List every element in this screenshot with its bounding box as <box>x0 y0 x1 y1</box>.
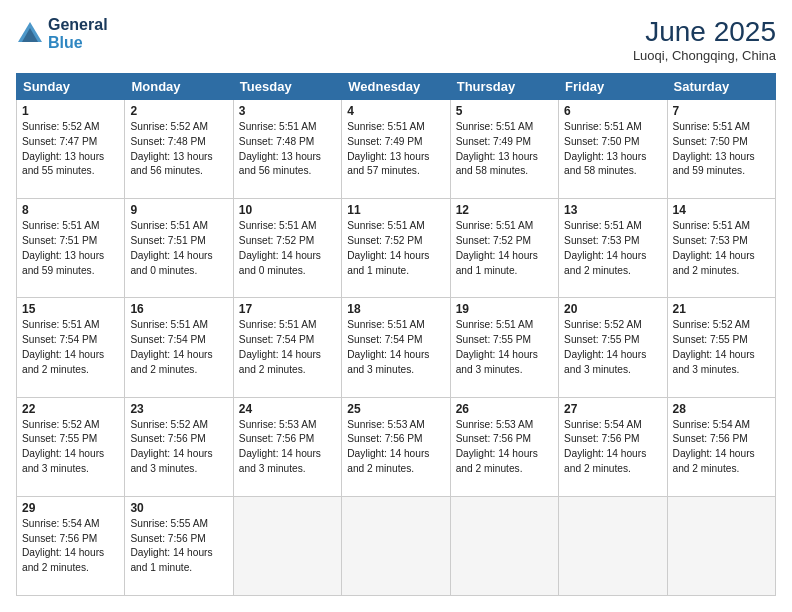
calendar-cell: 14Sunrise: 5:51 AMSunset: 7:53 PMDayligh… <box>667 199 775 298</box>
day-number: 17 <box>239 302 336 316</box>
day-info: Sunrise: 5:51 AMSunset: 7:53 PMDaylight:… <box>673 219 770 278</box>
title-block: June 2025 Luoqi, Chongqing, China <box>633 16 776 63</box>
day-info: Sunrise: 5:52 AMSunset: 7:56 PMDaylight:… <box>130 418 227 477</box>
day-info: Sunrise: 5:53 AMSunset: 7:56 PMDaylight:… <box>239 418 336 477</box>
day-number: 24 <box>239 402 336 416</box>
weekday-header-wednesday: Wednesday <box>342 74 450 100</box>
day-info: Sunrise: 5:51 AMSunset: 7:49 PMDaylight:… <box>347 120 444 179</box>
calendar-cell: 9Sunrise: 5:51 AMSunset: 7:51 PMDaylight… <box>125 199 233 298</box>
week-row-2: 8Sunrise: 5:51 AMSunset: 7:51 PMDaylight… <box>17 199 776 298</box>
location-subtitle: Luoqi, Chongqing, China <box>633 48 776 63</box>
calendar-cell: 19Sunrise: 5:51 AMSunset: 7:55 PMDayligh… <box>450 298 558 397</box>
calendar-cell: 23Sunrise: 5:52 AMSunset: 7:56 PMDayligh… <box>125 397 233 496</box>
calendar-cell: 15Sunrise: 5:51 AMSunset: 7:54 PMDayligh… <box>17 298 125 397</box>
day-info: Sunrise: 5:53 AMSunset: 7:56 PMDaylight:… <box>456 418 553 477</box>
day-info: Sunrise: 5:51 AMSunset: 7:51 PMDaylight:… <box>22 219 119 278</box>
logo-text: General Blue <box>48 16 108 52</box>
calendar-cell <box>559 496 667 595</box>
calendar-cell: 5Sunrise: 5:51 AMSunset: 7:49 PMDaylight… <box>450 100 558 199</box>
week-row-1: 1Sunrise: 5:52 AMSunset: 7:47 PMDaylight… <box>17 100 776 199</box>
day-info: Sunrise: 5:51 AMSunset: 7:52 PMDaylight:… <box>456 219 553 278</box>
calendar-cell: 25Sunrise: 5:53 AMSunset: 7:56 PMDayligh… <box>342 397 450 496</box>
day-number: 4 <box>347 104 444 118</box>
day-info: Sunrise: 5:52 AMSunset: 7:55 PMDaylight:… <box>673 318 770 377</box>
calendar-cell: 26Sunrise: 5:53 AMSunset: 7:56 PMDayligh… <box>450 397 558 496</box>
day-number: 6 <box>564 104 661 118</box>
calendar-cell: 1Sunrise: 5:52 AMSunset: 7:47 PMDaylight… <box>17 100 125 199</box>
day-info: Sunrise: 5:52 AMSunset: 7:55 PMDaylight:… <box>564 318 661 377</box>
day-number: 30 <box>130 501 227 515</box>
day-info: Sunrise: 5:54 AMSunset: 7:56 PMDaylight:… <box>673 418 770 477</box>
month-title: June 2025 <box>633 16 776 48</box>
day-number: 29 <box>22 501 119 515</box>
day-number: 26 <box>456 402 553 416</box>
calendar-cell: 8Sunrise: 5:51 AMSunset: 7:51 PMDaylight… <box>17 199 125 298</box>
calendar-cell: 28Sunrise: 5:54 AMSunset: 7:56 PMDayligh… <box>667 397 775 496</box>
day-info: Sunrise: 5:51 AMSunset: 7:54 PMDaylight:… <box>239 318 336 377</box>
day-info: Sunrise: 5:51 AMSunset: 7:54 PMDaylight:… <box>130 318 227 377</box>
logo-icon <box>16 20 44 48</box>
day-number: 15 <box>22 302 119 316</box>
day-info: Sunrise: 5:51 AMSunset: 7:48 PMDaylight:… <box>239 120 336 179</box>
day-info: Sunrise: 5:52 AMSunset: 7:48 PMDaylight:… <box>130 120 227 179</box>
day-info: Sunrise: 5:54 AMSunset: 7:56 PMDaylight:… <box>564 418 661 477</box>
day-number: 10 <box>239 203 336 217</box>
calendar-cell: 7Sunrise: 5:51 AMSunset: 7:50 PMDaylight… <box>667 100 775 199</box>
day-info: Sunrise: 5:51 AMSunset: 7:53 PMDaylight:… <box>564 219 661 278</box>
day-info: Sunrise: 5:51 AMSunset: 7:52 PMDaylight:… <box>239 219 336 278</box>
week-row-3: 15Sunrise: 5:51 AMSunset: 7:54 PMDayligh… <box>17 298 776 397</box>
calendar-cell: 17Sunrise: 5:51 AMSunset: 7:54 PMDayligh… <box>233 298 341 397</box>
calendar-cell: 22Sunrise: 5:52 AMSunset: 7:55 PMDayligh… <box>17 397 125 496</box>
calendar-cell <box>342 496 450 595</box>
calendar-table: SundayMondayTuesdayWednesdayThursdayFrid… <box>16 73 776 596</box>
calendar-cell <box>233 496 341 595</box>
calendar-cell: 16Sunrise: 5:51 AMSunset: 7:54 PMDayligh… <box>125 298 233 397</box>
day-number: 20 <box>564 302 661 316</box>
day-info: Sunrise: 5:54 AMSunset: 7:56 PMDaylight:… <box>22 517 119 576</box>
day-number: 2 <box>130 104 227 118</box>
day-info: Sunrise: 5:51 AMSunset: 7:55 PMDaylight:… <box>456 318 553 377</box>
day-number: 23 <box>130 402 227 416</box>
day-info: Sunrise: 5:52 AMSunset: 7:47 PMDaylight:… <box>22 120 119 179</box>
calendar-cell: 24Sunrise: 5:53 AMSunset: 7:56 PMDayligh… <box>233 397 341 496</box>
weekday-header-thursday: Thursday <box>450 74 558 100</box>
day-number: 18 <box>347 302 444 316</box>
calendar-cell <box>450 496 558 595</box>
day-info: Sunrise: 5:52 AMSunset: 7:55 PMDaylight:… <box>22 418 119 477</box>
calendar-cell: 3Sunrise: 5:51 AMSunset: 7:48 PMDaylight… <box>233 100 341 199</box>
logo: General Blue <box>16 16 108 52</box>
day-info: Sunrise: 5:51 AMSunset: 7:51 PMDaylight:… <box>130 219 227 278</box>
day-info: Sunrise: 5:51 AMSunset: 7:50 PMDaylight:… <box>564 120 661 179</box>
day-number: 22 <box>22 402 119 416</box>
calendar-cell: 27Sunrise: 5:54 AMSunset: 7:56 PMDayligh… <box>559 397 667 496</box>
day-number: 14 <box>673 203 770 217</box>
day-number: 9 <box>130 203 227 217</box>
day-number: 7 <box>673 104 770 118</box>
day-number: 13 <box>564 203 661 217</box>
day-number: 1 <box>22 104 119 118</box>
calendar-cell: 13Sunrise: 5:51 AMSunset: 7:53 PMDayligh… <box>559 199 667 298</box>
calendar-cell <box>667 496 775 595</box>
day-number: 3 <box>239 104 336 118</box>
calendar-cell: 10Sunrise: 5:51 AMSunset: 7:52 PMDayligh… <box>233 199 341 298</box>
calendar-cell: 21Sunrise: 5:52 AMSunset: 7:55 PMDayligh… <box>667 298 775 397</box>
weekday-header-tuesday: Tuesday <box>233 74 341 100</box>
page: General Blue June 2025 Luoqi, Chongqing,… <box>0 0 792 612</box>
weekday-header-sunday: Sunday <box>17 74 125 100</box>
day-info: Sunrise: 5:51 AMSunset: 7:54 PMDaylight:… <box>22 318 119 377</box>
day-number: 12 <box>456 203 553 217</box>
day-number: 11 <box>347 203 444 217</box>
day-info: Sunrise: 5:51 AMSunset: 7:49 PMDaylight:… <box>456 120 553 179</box>
weekday-header-monday: Monday <box>125 74 233 100</box>
day-number: 5 <box>456 104 553 118</box>
day-number: 16 <box>130 302 227 316</box>
calendar-cell: 29Sunrise: 5:54 AMSunset: 7:56 PMDayligh… <box>17 496 125 595</box>
day-info: Sunrise: 5:51 AMSunset: 7:50 PMDaylight:… <box>673 120 770 179</box>
day-number: 28 <box>673 402 770 416</box>
day-number: 27 <box>564 402 661 416</box>
calendar-cell: 30Sunrise: 5:55 AMSunset: 7:56 PMDayligh… <box>125 496 233 595</box>
calendar-cell: 6Sunrise: 5:51 AMSunset: 7:50 PMDaylight… <box>559 100 667 199</box>
header: General Blue June 2025 Luoqi, Chongqing,… <box>16 16 776 63</box>
day-info: Sunrise: 5:55 AMSunset: 7:56 PMDaylight:… <box>130 517 227 576</box>
weekday-header-saturday: Saturday <box>667 74 775 100</box>
